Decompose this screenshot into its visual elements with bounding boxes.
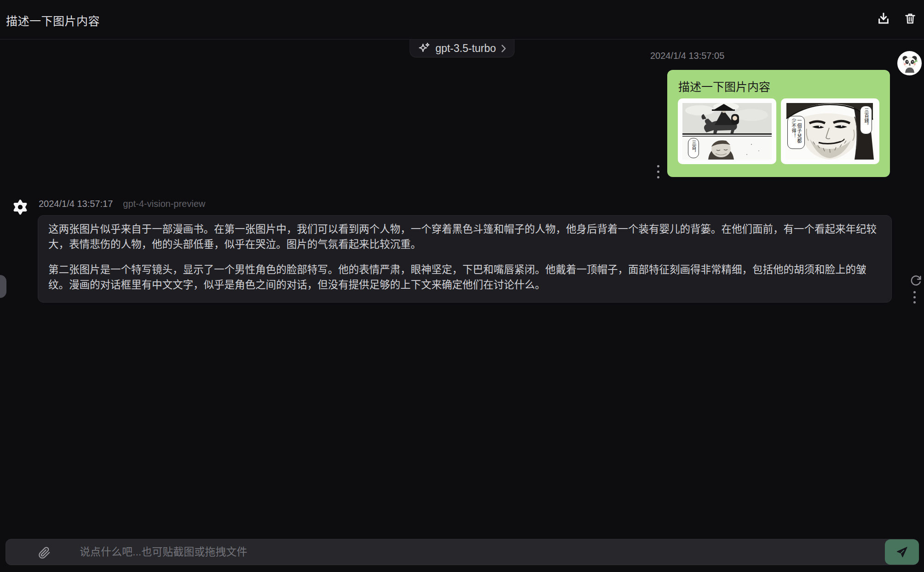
assistant-paragraph-2: 第二张图片是一个特写镜头，显示了一个男性角色的脸部特写。他的表情严肃，眼神坚定，…	[48, 262, 881, 292]
comic-panel-1: 三百，	[682, 103, 772, 160]
sidebar-drag-handle[interactable]	[0, 275, 6, 298]
header-actions	[876, 11, 918, 26]
send-button[interactable]	[885, 539, 919, 565]
attach-file-button[interactable]	[37, 546, 51, 560]
assistant-model-name: gpt-4-vision-preview	[123, 199, 205, 209]
user-message-menu-button[interactable]	[656, 164, 660, 179]
chat-title: 描述一下图片内容	[6, 12, 100, 29]
model-selector-label: gpt-3.5-turbo	[435, 42, 496, 55]
user-message-text: 描述一下图片内容	[678, 78, 770, 94]
comic-panel-2-speech-text-left: 一個子兒都少不得！	[791, 118, 802, 147]
chevron-right-icon	[501, 45, 506, 52]
comic-panel-2-speech-text-right: 三百錢，	[863, 108, 869, 128]
comic-panel-2-speech-bubble-right: 三百錢，	[860, 106, 872, 134]
assistant-paragraph-1: 这两张图片似乎来自于一部漫画书。在第一张图片中，我们可以看到两个人物，一个穿着黑…	[48, 222, 881, 252]
regenerate-button[interactable]	[910, 275, 922, 287]
delete-button[interactable]	[903, 11, 918, 26]
assistant-message-timestamp: 2024/1/4 13:57:17	[39, 199, 113, 209]
attachment-image-1[interactable]: 三百，	[678, 98, 776, 164]
openai-logo-icon	[10, 196, 31, 218]
export-button[interactable]	[876, 11, 891, 26]
user-avatar	[897, 51, 922, 75]
panda-emoji-icon	[900, 53, 920, 74]
comic-panel-2-speech-bubble-left: 一個子兒都少不得！	[787, 116, 805, 149]
chat-header: 描述一下图片内容	[0, 0, 924, 40]
comic-panel-2: 三百錢， 一個子兒都少不得！	[785, 103, 875, 160]
assistant-message-menu-button[interactable]	[912, 290, 917, 304]
message-input[interactable]	[80, 539, 853, 565]
comic-panel-1-speech-text: 三百，	[691, 140, 696, 155]
chat-window: 描述一下图片内容 gpt-3.5-turbo	[0, 0, 924, 572]
paperclip-icon	[38, 547, 51, 559]
user-message-timestamp: 2024/1/4 13:57:05	[650, 51, 724, 61]
sparkles-icon	[418, 42, 430, 55]
download-icon	[877, 11, 890, 25]
attachment-image-2[interactable]: 三百錢， 一個子兒都少不得！	[781, 98, 879, 164]
composer-bar	[6, 539, 918, 565]
send-plane-icon	[895, 546, 908, 559]
assistant-avatar	[10, 196, 31, 218]
refresh-icon	[910, 275, 922, 287]
user-message-bubble: 描述一下图片内容	[667, 70, 890, 177]
assistant-message-meta: 2024/1/4 13:57:17 gpt-4-vision-preview	[39, 199, 205, 209]
attachment-row: 三百，	[678, 98, 879, 164]
model-selector[interactable]: gpt-3.5-turbo	[410, 40, 514, 57]
comic-panel-1-speech-bubble: 三百，	[688, 138, 699, 158]
assistant-message-bubble: 这两张图片似乎来自于一部漫画书。在第一张图片中，我们可以看到两个人物，一个穿着黑…	[38, 215, 892, 303]
trash-icon	[904, 12, 917, 25]
